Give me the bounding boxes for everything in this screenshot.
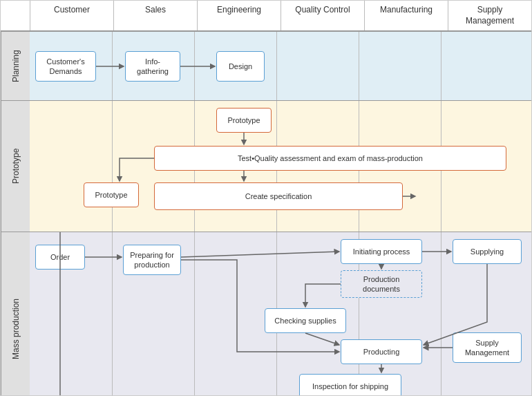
box-info-gathering: Info-gathering [125,51,180,82]
svg-line-9 [305,333,339,345]
lane-prototype: Prototype Prototype Test•Quality assessm… [1,101,531,232]
arrows-planning [30,32,531,100]
col-div-p1 [112,101,113,232]
lane-label-planning: Planning [1,32,30,100]
diagram-container: Customer Sales Engineering Quality Contr… [0,0,532,396]
col-div-2 [194,32,195,100]
col-div-4 [359,32,359,100]
box-producting: Producting [341,339,422,364]
col-header-manufacturing: Manufacturing [364,1,448,30]
box-prototype-top: Prototype [216,108,272,133]
box-initiating: Initiating process [341,239,422,264]
col-header-supply: SupplyManagement [448,1,531,30]
box-preparing: Preparing forproduction [123,245,181,275]
lane-content-prototype: Prototype Test•Quality assessment and ex… [30,101,531,232]
box-inspection: Inspection for shipping [299,374,401,396]
box-order: Order [35,245,85,270]
col-div-3 [276,32,277,100]
box-checking: Checking supplies [265,308,346,333]
col-header-engineering: Engineering [197,1,281,30]
lane-label-prototype: Prototype [1,101,30,232]
box-supply-mgmt: SupplyManagement [453,332,522,363]
lane-planning: Planning Customer'sDemands Info-gatherin… [1,32,531,101]
box-supplying: Supplying [453,239,522,264]
lane-content-mass: Order Preparing forproduction Initiating… [30,232,531,396]
lane-label-mass: Mass production [1,232,30,396]
col-div-m5 [441,232,441,396]
box-prototype-left: Prototype [84,182,139,207]
box-design: Design [216,51,265,82]
lane-content-planning: Customer'sDemands Info-gathering Design [30,32,531,100]
col-div-m1 [112,232,113,396]
svg-line-6 [181,252,339,257]
header-row: Customer Sales Engineering Quality Contr… [1,1,531,32]
col-header-quality: Quality Control [281,1,364,30]
box-demands: Customer'sDemands [35,51,96,82]
col-header-sales: Sales [113,1,197,30]
col-div-5 [441,32,441,100]
swim-lanes: Planning Customer'sDemands Info-gatherin… [1,32,531,396]
lane-mass: Mass production Order Preparing forprodu… [1,232,531,396]
col-div-1 [112,32,113,100]
box-create-spec: Create specification [154,182,403,210]
header-label-spacer [1,1,30,30]
col-div-m2 [194,232,195,396]
col-header-customer: Customer [30,1,113,30]
box-test-quality: Test•Quality assessment and exam of mass… [154,146,506,171]
box-prod-docs: Productiondocuments [341,270,422,298]
